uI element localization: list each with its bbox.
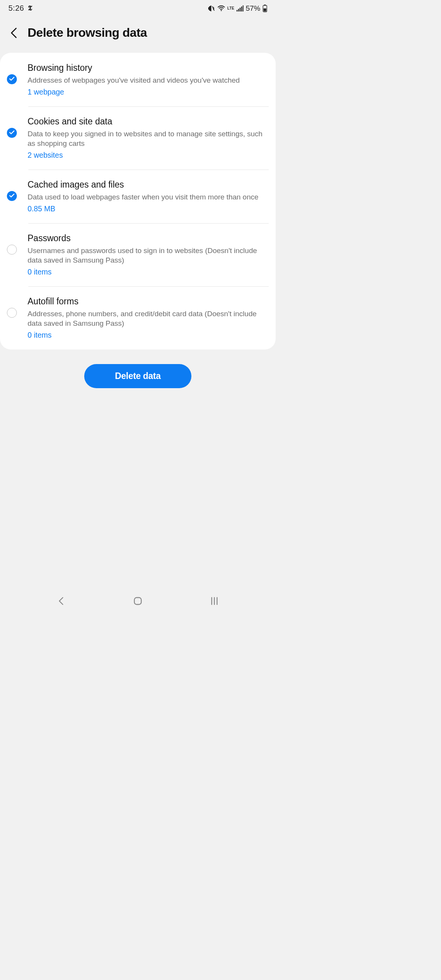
check-icon [9, 76, 15, 83]
signal-icon [237, 5, 243, 11]
nav-back-icon[interactable] [56, 596, 66, 606]
row-desc: Usernames and passwords used to sign in … [28, 246, 266, 265]
row-stat: 0.85 MB [28, 204, 266, 213]
svg-rect-6 [243, 5, 243, 11]
row-autofill[interactable]: Autofill forms Addresses, phone numbers,… [0, 286, 276, 350]
svg-point-1 [220, 10, 222, 11]
bottom-action-area: Delete data [0, 350, 276, 398]
row-stat: 0 items [28, 331, 266, 340]
svg-rect-9 [264, 8, 266, 11]
row-cookies[interactable]: Cookies and site data Data to keep you s… [0, 106, 276, 170]
check-icon [9, 193, 15, 199]
row-desc: Data to keep you signed in to websites a… [28, 129, 266, 149]
check-icon [9, 129, 15, 136]
checkbox-autofill[interactable] [7, 308, 17, 318]
mute-vibrate-icon [208, 5, 215, 11]
page-title: Delete browsing data [28, 26, 147, 40]
row-desc: Data used to load webpages faster when y… [28, 192, 266, 202]
battery-icon [263, 5, 267, 12]
nav-recents-icon[interactable] [209, 596, 219, 606]
row-stat: 2 websites [28, 151, 266, 160]
delete-data-button[interactable]: Delete data [84, 364, 191, 388]
checkbox-cookies[interactable] [7, 128, 17, 138]
back-icon[interactable] [10, 27, 18, 39]
checkbox-browsing-history[interactable] [7, 74, 17, 84]
row-title: Browsing history [28, 63, 266, 73]
battery-percent: 57% [246, 4, 260, 13]
row-title: Autofill forms [28, 296, 266, 307]
status-app-icon: 𝕿 [28, 4, 32, 12]
system-nav-bar [0, 590, 276, 612]
row-title: Passwords [28, 233, 266, 243]
lte-icon: LTE [227, 7, 234, 10]
checkbox-cached[interactable] [7, 191, 17, 201]
svg-rect-2 [237, 10, 238, 11]
settings-card: Browsing history Addresses of webpages y… [0, 53, 276, 350]
status-bar: 5:26 𝕿 LTE 57% [0, 0, 276, 15]
row-passwords[interactable]: Passwords Usernames and passwords used t… [0, 223, 276, 286]
svg-rect-10 [134, 598, 141, 604]
row-desc: Addresses of webpages you've visited and… [28, 75, 266, 85]
page-header: Delete browsing data [0, 15, 276, 53]
row-title: Cached images and files [28, 180, 266, 190]
svg-rect-5 [241, 7, 242, 11]
row-cached[interactable]: Cached images and files Data used to loa… [0, 170, 276, 223]
status-time: 5:26 [8, 4, 24, 13]
nav-home-icon[interactable] [133, 596, 143, 606]
row-stat: 0 items [28, 268, 266, 276]
row-stat: 1 webpage [28, 88, 266, 96]
row-desc: Addresses, phone numbers, and credit/deb… [28, 309, 266, 328]
checkbox-passwords[interactable] [7, 245, 17, 255]
svg-rect-3 [238, 9, 239, 11]
svg-rect-4 [240, 8, 241, 11]
row-title: Cookies and site data [28, 116, 266, 127]
wifi-icon [217, 5, 225, 11]
row-browsing-history[interactable]: Browsing history Addresses of webpages y… [0, 53, 276, 106]
